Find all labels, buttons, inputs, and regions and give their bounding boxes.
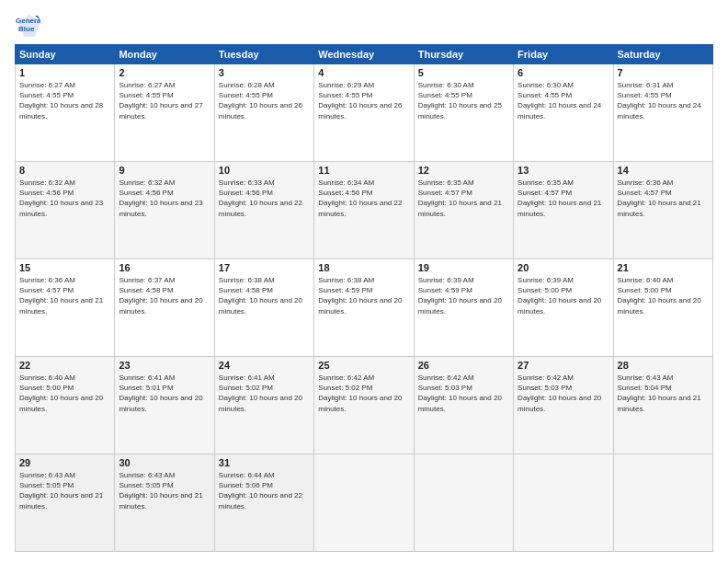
weekday-header-row: SundayMondayTuesdayWednesdayThursdayFrid…: [16, 45, 713, 64]
calendar-cell: 14 Sunrise: 6:36 AM Sunset: 4:57 PM Dayl…: [613, 162, 712, 259]
svg-text:General: General: [16, 17, 40, 25]
day-info: Sunrise: 6:35 AM Sunset: 4:57 PM Dayligh…: [518, 178, 609, 219]
day-number: 12: [418, 165, 509, 176]
day-number: 28: [618, 360, 709, 371]
day-info: Sunrise: 6:29 AM Sunset: 4:55 PM Dayligh…: [318, 80, 409, 121]
calendar-cell: 21 Sunrise: 6:40 AM Sunset: 5:00 PM Dayl…: [613, 259, 712, 357]
day-info: Sunrise: 6:27 AM Sunset: 4:55 PM Dayligh…: [19, 80, 110, 121]
day-info: Sunrise: 6:43 AM Sunset: 5:05 PM Dayligh…: [19, 470, 110, 511]
day-number: 30: [119, 457, 210, 468]
logo: General Blue: [15, 11, 44, 37]
day-number: 10: [219, 165, 310, 176]
weekday-tuesday: Tuesday: [214, 45, 313, 64]
day-number: 6: [518, 67, 609, 78]
day-number: 16: [119, 262, 210, 273]
logo-icon: General Blue: [15, 11, 40, 37]
day-number: 29: [19, 457, 110, 468]
calendar-cell: 28 Sunrise: 6:43 AM Sunset: 5:04 PM Dayl…: [613, 357, 712, 454]
day-info: Sunrise: 6:41 AM Sunset: 5:02 PM Dayligh…: [219, 373, 310, 414]
day-info: Sunrise: 6:41 AM Sunset: 5:01 PM Dayligh…: [119, 373, 210, 414]
calendar-cell: 10 Sunrise: 6:33 AM Sunset: 4:56 PM Dayl…: [214, 162, 313, 259]
weekday-sunday: Sunday: [16, 45, 115, 64]
day-info: Sunrise: 6:37 AM Sunset: 4:58 PM Dayligh…: [119, 275, 210, 316]
calendar-cell: 30 Sunrise: 6:43 AM Sunset: 5:05 PM Dayl…: [115, 454, 214, 552]
day-number: 5: [418, 67, 509, 78]
day-number: 20: [518, 262, 609, 273]
day-number: 14: [618, 165, 709, 176]
calendar-cell: 11 Sunrise: 6:34 AM Sunset: 4:56 PM Dayl…: [314, 162, 414, 259]
calendar-cell: 8 Sunrise: 6:32 AM Sunset: 4:56 PM Dayli…: [16, 162, 115, 259]
calendar-cell: [314, 454, 414, 552]
calendar-cell: 4 Sunrise: 6:29 AM Sunset: 4:55 PM Dayli…: [314, 64, 414, 162]
day-number: 15: [19, 262, 110, 273]
day-info: Sunrise: 6:33 AM Sunset: 4:56 PM Dayligh…: [219, 178, 310, 219]
day-number: 9: [119, 165, 210, 176]
page: General Blue SundayMondayTuesdayWednesda…: [0, 0, 728, 563]
calendar-cell: [613, 454, 712, 552]
header: General Blue: [15, 11, 713, 37]
weekday-wednesday: Wednesday: [314, 45, 414, 64]
day-info: Sunrise: 6:35 AM Sunset: 4:57 PM Dayligh…: [418, 178, 509, 219]
day-info: Sunrise: 6:42 AM Sunset: 5:03 PM Dayligh…: [418, 373, 509, 414]
calendar-cell: 25 Sunrise: 6:42 AM Sunset: 5:02 PM Dayl…: [314, 357, 414, 454]
week-row-4: 22 Sunrise: 6:40 AM Sunset: 5:00 PM Dayl…: [16, 357, 713, 454]
day-info: Sunrise: 6:40 AM Sunset: 5:00 PM Dayligh…: [618, 275, 709, 316]
day-number: 19: [418, 262, 509, 273]
day-info: Sunrise: 6:43 AM Sunset: 5:05 PM Dayligh…: [119, 470, 210, 511]
day-number: 3: [219, 67, 310, 78]
day-number: 23: [119, 360, 210, 371]
day-info: Sunrise: 6:34 AM Sunset: 4:56 PM Dayligh…: [318, 178, 409, 219]
day-number: 1: [19, 67, 110, 78]
day-number: 18: [318, 262, 409, 273]
day-number: 4: [318, 67, 409, 78]
calendar-cell: 1 Sunrise: 6:27 AM Sunset: 4:55 PM Dayli…: [16, 64, 115, 162]
week-row-5: 29 Sunrise: 6:43 AM Sunset: 5:05 PM Dayl…: [16, 454, 713, 552]
day-info: Sunrise: 6:27 AM Sunset: 4:55 PM Dayligh…: [119, 80, 210, 121]
day-info: Sunrise: 6:36 AM Sunset: 4:57 PM Dayligh…: [618, 178, 709, 219]
day-info: Sunrise: 6:28 AM Sunset: 4:55 PM Dayligh…: [219, 80, 310, 121]
calendar-cell: 5 Sunrise: 6:30 AM Sunset: 4:55 PM Dayli…: [414, 64, 513, 162]
day-number: 13: [518, 165, 609, 176]
day-info: Sunrise: 6:32 AM Sunset: 4:56 PM Dayligh…: [119, 178, 210, 219]
day-info: Sunrise: 6:30 AM Sunset: 4:55 PM Dayligh…: [518, 80, 609, 121]
day-number: 26: [418, 360, 509, 371]
calendar-cell: 22 Sunrise: 6:40 AM Sunset: 5:00 PM Dayl…: [16, 357, 115, 454]
calendar-table: SundayMondayTuesdayWednesdayThursdayFrid…: [15, 44, 713, 552]
calendar-cell: 26 Sunrise: 6:42 AM Sunset: 5:03 PM Dayl…: [414, 357, 513, 454]
day-number: 11: [318, 165, 409, 176]
calendar-cell: 24 Sunrise: 6:41 AM Sunset: 5:02 PM Dayl…: [214, 357, 313, 454]
day-info: Sunrise: 6:36 AM Sunset: 4:57 PM Dayligh…: [19, 275, 110, 316]
day-number: 2: [119, 67, 210, 78]
calendar-cell: 19 Sunrise: 6:39 AM Sunset: 4:59 PM Dayl…: [414, 259, 513, 357]
calendar-cell: 23 Sunrise: 6:41 AM Sunset: 5:01 PM Dayl…: [115, 357, 214, 454]
day-number: 25: [318, 360, 409, 371]
calendar-cell: 6 Sunrise: 6:30 AM Sunset: 4:55 PM Dayli…: [514, 64, 613, 162]
week-row-2: 8 Sunrise: 6:32 AM Sunset: 4:56 PM Dayli…: [16, 162, 713, 259]
calendar-cell: 31 Sunrise: 6:44 AM Sunset: 5:06 PM Dayl…: [214, 454, 313, 552]
calendar-cell: 16 Sunrise: 6:37 AM Sunset: 4:58 PM Dayl…: [115, 259, 214, 357]
day-info: Sunrise: 6:43 AM Sunset: 5:04 PM Dayligh…: [618, 373, 709, 414]
day-info: Sunrise: 6:31 AM Sunset: 4:55 PM Dayligh…: [618, 80, 709, 121]
day-number: 7: [618, 67, 709, 78]
day-number: 31: [219, 457, 310, 468]
calendar-cell: [514, 454, 613, 552]
day-number: 17: [219, 262, 310, 273]
day-info: Sunrise: 6:30 AM Sunset: 4:55 PM Dayligh…: [418, 80, 509, 121]
calendar-cell: 12 Sunrise: 6:35 AM Sunset: 4:57 PM Dayl…: [414, 162, 513, 259]
calendar-cell: 2 Sunrise: 6:27 AM Sunset: 4:55 PM Dayli…: [115, 64, 214, 162]
calendar-cell: 20 Sunrise: 6:39 AM Sunset: 5:00 PM Dayl…: [514, 259, 613, 357]
svg-text:Blue: Blue: [18, 25, 35, 33]
day-info: Sunrise: 6:38 AM Sunset: 4:59 PM Dayligh…: [318, 275, 409, 316]
weekday-saturday: Saturday: [613, 45, 712, 64]
week-row-3: 15 Sunrise: 6:36 AM Sunset: 4:57 PM Dayl…: [16, 259, 713, 357]
calendar-cell: 15 Sunrise: 6:36 AM Sunset: 4:57 PM Dayl…: [16, 259, 115, 357]
weekday-monday: Monday: [115, 45, 214, 64]
calendar-cell: 17 Sunrise: 6:38 AM Sunset: 4:58 PM Dayl…: [214, 259, 313, 357]
day-number: 27: [518, 360, 609, 371]
calendar-cell: 9 Sunrise: 6:32 AM Sunset: 4:56 PM Dayli…: [115, 162, 214, 259]
day-info: Sunrise: 6:42 AM Sunset: 5:02 PM Dayligh…: [318, 373, 409, 414]
weekday-thursday: Thursday: [414, 45, 513, 64]
day-number: 8: [19, 165, 110, 176]
calendar-cell: 18 Sunrise: 6:38 AM Sunset: 4:59 PM Dayl…: [314, 259, 414, 357]
weekday-friday: Friday: [514, 45, 613, 64]
